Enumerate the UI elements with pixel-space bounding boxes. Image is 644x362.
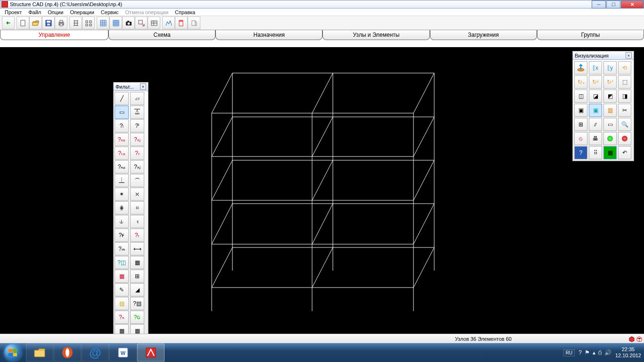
menu-file[interactable]: Файл — [25, 9, 44, 15]
visualization-panel-close[interactable]: × — [626, 52, 632, 58]
filter-btn-qt[interactable]: ?ₜ — [130, 229, 144, 242]
nodes-icon[interactable] — [69, 16, 82, 29]
vis-btn-dots[interactable]: ⠿ — [589, 146, 602, 159]
filter-btn-support[interactable]: ⏄ — [130, 106, 144, 119]
filter-btn-nj2[interactable]: ?ₙⱼ — [130, 160, 144, 173]
filter-btn-grid[interactable]: ▦ — [130, 256, 144, 269]
tray-clock[interactable]: 22:35 12.10.2012 — [615, 346, 641, 359]
filter-btn-beam2[interactable]: ⫞ — [130, 215, 144, 228]
vis-btn-front[interactable]: ◫ — [574, 90, 587, 103]
vis-btn-gridview[interactable]: ⊞ — [574, 118, 587, 131]
vis-btn-proj-y[interactable]: ⟦y — [603, 61, 617, 74]
tab-loadings[interactable]: Загружения — [430, 30, 537, 40]
filter-btn-l1[interactable]: ▤ — [115, 297, 129, 310]
filter-btn-nj[interactable]: ?ₙⱼ — [130, 133, 144, 146]
visualization-panel-title[interactable]: Визуализация × — [573, 51, 634, 60]
filter-btn-qi[interactable]: ?ᵢ — [115, 119, 129, 132]
filter-btn-beam1[interactable]: ⫝ — [115, 215, 129, 228]
menu-operations[interactable]: Операции — [67, 9, 97, 15]
vis-btn-rotate[interactable]: ⟲ — [618, 61, 631, 74]
table-icon[interactable] — [148, 16, 160, 29]
new-button[interactable] — [17, 16, 29, 29]
tray-help-icon[interactable]: ? — [578, 349, 582, 356]
filter-btn-er1[interactable]: ✎ — [115, 283, 129, 296]
filter-btn-axis1[interactable]: ✶ — [115, 188, 129, 201]
minimize-button[interactable]: ─ — [592, 0, 606, 8]
filter-btn-box[interactable]: ▭ — [115, 106, 129, 119]
filter-panel-title[interactable]: Фильт... × — [114, 82, 148, 91]
filter-btn-l2[interactable]: ?▤ — [130, 297, 144, 310]
filter-btn-ne[interactable]: ?ₙₑ — [115, 133, 129, 146]
menu-options[interactable]: Опции — [45, 9, 66, 15]
vis-btn-left[interactable]: ◩ — [603, 90, 617, 103]
tray-arrow-icon[interactable]: ▴ — [593, 349, 595, 356]
filter-btn-qn[interactable]: ?ₙ — [115, 311, 129, 324]
filter-btn-qi2[interactable]: ?ᴵ — [130, 119, 144, 132]
close-button[interactable]: ✕ — [621, 0, 644, 8]
vis-btn-floors[interactable]: ⫽ — [589, 118, 602, 131]
vis-btn-fill[interactable]: ▦ — [603, 146, 617, 159]
model-viewport[interactable] — [0, 47, 644, 343]
fragment-icon[interactable] — [135, 16, 148, 29]
filter-btn-qm[interactable]: ?ₘ — [115, 242, 129, 255]
filter-btn-axis2[interactable]: ⤫ — [130, 188, 144, 201]
vis-btn-undo[interactable]: ↶ — [618, 146, 631, 159]
tab-schema[interactable]: Схема — [108, 30, 215, 40]
filter-panel-close[interactable]: × — [140, 83, 146, 90]
tab-groups[interactable]: Группы — [537, 30, 644, 40]
filter-btn-r[interactable]: ?ᵣ — [130, 147, 144, 160]
status-cube-red[interactable] — [628, 336, 635, 342]
vis-btn-green[interactable] — [603, 132, 617, 145]
elements-icon[interactable] — [82, 16, 95, 29]
analysis-icon[interactable] — [162, 16, 175, 29]
vis-btn-back[interactable]: ◪ — [589, 90, 602, 103]
vis-btn-top[interactable]: ▣ — [574, 104, 587, 117]
filter-btn-eraser[interactable]: ▱ — [130, 92, 144, 105]
filter-btn-line[interactable]: ╱ — [115, 92, 129, 105]
vis-btn-bottom[interactable]: ▣ — [589, 104, 602, 117]
filter-btn-qg[interactable]: ?ɢ — [130, 311, 144, 324]
task-scad[interactable] — [137, 344, 165, 362]
tray-flag-icon[interactable]: ⚑ — [585, 349, 590, 356]
filter-btn-b1[interactable]: ▦ — [115, 270, 129, 283]
vis-btn-iso[interactable]: ⬚ — [618, 75, 631, 89]
menu-help[interactable]: Справка — [172, 9, 198, 15]
task-opera[interactable] — [54, 344, 81, 362]
task-explorer[interactable] — [26, 344, 53, 362]
menu-service[interactable]: Сервис — [98, 9, 122, 15]
vis-btn-orbit-z[interactable]: ↻ᶻ — [603, 75, 617, 89]
vis-btn-orbit-x[interactable]: ↻ₓ — [574, 75, 587, 89]
filter-panel[interactable]: Фильт... × ╱▱ ▭⏄ ?ᵢ?ᴵ ?ₙₑ?ₙⱼ ?ₜₑ?ᵣ ?ₙₑ?ₙ… — [113, 82, 149, 337]
vis-btn-section[interactable]: ▥ — [603, 104, 617, 117]
report-icon[interactable] — [188, 16, 200, 29]
filter-btn-te[interactable]: ?ₜₑ — [115, 147, 129, 160]
vis-btn-view3d[interactable] — [574, 61, 587, 74]
vis-btn-right[interactable]: ◨ — [618, 90, 631, 103]
filter-btn-hash1[interactable]: ⋕ — [115, 201, 129, 214]
visualization-panel[interactable]: Визуализация × ⟦x ⟦y ⟲ ↻ₓ ↻ʸ ↻ᶻ ⬚ ◫ ◪ ◩ … — [572, 51, 634, 161]
vis-btn-frame[interactable]: ▭ — [603, 118, 617, 131]
grid2-icon[interactable] — [109, 16, 122, 29]
filter-btn-hash2[interactable]: ⌗ — [130, 201, 144, 214]
tray-language[interactable]: RU — [563, 349, 575, 356]
start-button[interactable] — [0, 343, 25, 362]
vis-btn-zoom[interactable]: 🔍 — [618, 118, 631, 131]
vis-btn-orbit-y[interactable]: ↻ʸ — [589, 75, 602, 89]
exit-button[interactable]: ➜ — [2, 16, 15, 29]
filter-btn-ne2[interactable]: ?ₙₑ — [115, 160, 129, 173]
maximize-button[interactable]: ☐ — [606, 0, 620, 8]
filter-btn-dim[interactable]: ⟷ — [130, 242, 144, 255]
print-button[interactable] — [55, 16, 67, 29]
filter-btn-sup2[interactable]: ⏜ — [130, 174, 144, 187]
vis-btn-clip[interactable]: ✂ — [618, 104, 631, 117]
vis-btn-proj-x[interactable]: ⟦x — [589, 61, 602, 74]
save-button[interactable] — [42, 16, 55, 29]
filter-btn-info[interactable]: ?◫ — [115, 256, 129, 269]
tab-management[interactable]: Управление — [0, 30, 108, 40]
menu-project[interactable]: Проект — [2, 9, 25, 15]
status-cube-wireframe[interactable] — [636, 336, 643, 342]
filter-btn-b2[interactable]: ⊞ — [130, 270, 144, 283]
task-mail[interactable]: @ — [82, 344, 109, 362]
grid1-icon[interactable] — [97, 16, 109, 29]
filter-btn-sup1[interactable]: ⏊ — [115, 174, 129, 187]
